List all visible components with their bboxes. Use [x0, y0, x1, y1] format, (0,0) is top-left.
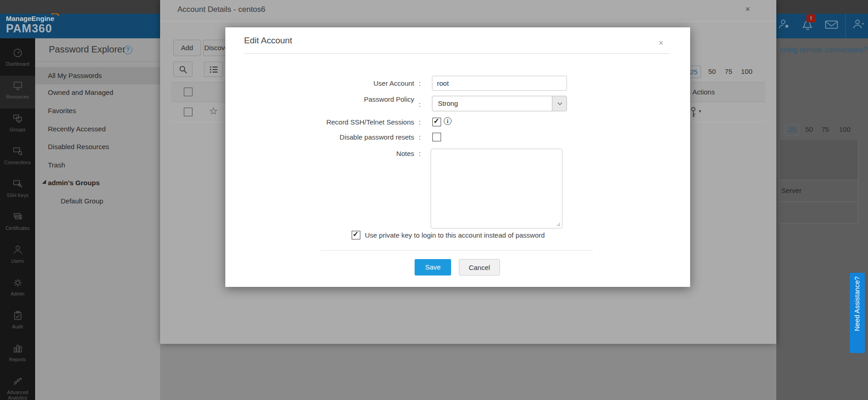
need-assistance-ribbon[interactable]: Need Assistance?	[850, 273, 865, 353]
ribbon-label: Need Assistance?	[853, 276, 861, 331]
notification-badge: !	[806, 14, 816, 22]
search-icon	[179, 65, 187, 74]
sidebar-item-dashboard[interactable]: Dashboard	[0, 43, 35, 76]
resources-table: Server	[779, 140, 858, 223]
colon: :	[419, 100, 421, 108]
sidebar-item-ssh-keys[interactable]: SSH Keys	[0, 174, 35, 207]
audit-clipboard-icon	[12, 310, 24, 321]
colon: :	[419, 133, 421, 141]
sidebar-item-users[interactable]: Users	[0, 240, 35, 273]
check-icon: ✓	[433, 117, 439, 125]
explorer-item-recently-accessed[interactable]: Recently Accessed	[48, 125, 106, 133]
list-view-button[interactable]	[204, 62, 223, 77]
disable-resets-label: Disable password resets	[225, 133, 414, 141]
group-expand-icon[interactable]	[42, 180, 46, 184]
explorer-item-owned-and-managed[interactable]: Owned and Managed	[48, 88, 113, 96]
app-root: ManageEngine PAM360 ! Dashboard Resource…	[0, 0, 868, 400]
close-icon[interactable]: ×	[659, 38, 664, 48]
add-button[interactable]: Add	[173, 40, 201, 56]
table-header-row	[780, 140, 858, 180]
save-button[interactable]: Save	[415, 259, 451, 275]
password-policy-select[interactable]: Strong	[432, 96, 567, 111]
actions-column-header: Actions	[692, 88, 715, 96]
sidebar-item-audit[interactable]: Audit	[0, 306, 35, 338]
explorer-item-favorites[interactable]: Favorites	[48, 107, 76, 114]
remote-connections-link[interactable]: ching remote connections?	[771, 46, 868, 54]
modal-title: Edit Account	[244, 36, 292, 46]
select-all-checkbox[interactable]	[184, 88, 192, 96]
chevron-down-icon	[557, 102, 562, 105]
resources-monitor-icon	[12, 80, 24, 91]
cancel-button[interactable]: Cancel	[459, 259, 500, 275]
sidebar-item-connections[interactable]: Connections	[0, 141, 35, 174]
table-cell-resource-type: Server	[781, 187, 801, 194]
password-policy-value: Strong	[438, 99, 458, 107]
dialog-divider	[160, 21, 776, 21]
explorer-item-disabled-resources[interactable]: Disabled Resources	[48, 143, 109, 151]
table-row[interactable]	[780, 202, 858, 223]
info-icon[interactable]: i	[444, 117, 452, 125]
notes-label: Notes	[225, 150, 414, 157]
page-size-100[interactable]: 100	[837, 125, 853, 133]
record-ssh-checkbox[interactable]: ✓	[432, 118, 441, 126]
admin-gear-icon	[12, 277, 24, 288]
password-policy-label: Password Policy	[225, 95, 414, 103]
password-key-icon[interactable]	[690, 107, 697, 119]
notes-textarea[interactable]	[431, 149, 562, 229]
logo[interactable]: ManageEngine PAM360	[6, 14, 97, 38]
colon: :	[419, 79, 421, 87]
dialog-page-size-100[interactable]: 100	[738, 68, 755, 75]
record-ssh-label: Record SSH/Telnet Sessions	[225, 118, 414, 126]
explorer-group-admins-groups[interactable]: admin's Groups	[48, 179, 100, 187]
dialog-page-size-75[interactable]: 75	[722, 68, 734, 75]
brand-pam360: PAM360	[6, 22, 52, 35]
sidebar-item-groups[interactable]: Groups	[0, 109, 35, 141]
disable-resets-checkbox[interactable]	[432, 133, 441, 141]
user-star-icon[interactable]	[778, 19, 792, 30]
header-divider	[845, 14, 846, 38]
table-row[interactable]: Server	[780, 180, 858, 202]
connections-icon	[12, 146, 24, 157]
select-arrow-button[interactable]	[552, 96, 567, 111]
page-size-50[interactable]: 50	[803, 125, 815, 133]
mail-icon[interactable]	[825, 20, 838, 29]
user-menu-icon[interactable]	[852, 19, 865, 30]
groups-icon	[12, 113, 24, 124]
close-icon[interactable]: ×	[745, 5, 750, 14]
brand-manageengine: ManageEngine	[6, 15, 54, 22]
list-icon	[209, 66, 218, 73]
ssh-keys-icon	[12, 179, 24, 190]
users-icon	[12, 244, 24, 255]
modal-divider	[244, 53, 670, 54]
row-checkbox[interactable]	[184, 108, 192, 116]
sidebar-item-admin[interactable]: Admin	[0, 273, 35, 306]
favorite-star-icon[interactable]: ☆	[209, 106, 218, 116]
explorer-item-default-group[interactable]: Default Group	[61, 197, 103, 205]
page-size-25[interactable]: 25	[785, 124, 800, 135]
explorer-item-trash[interactable]: Trash	[48, 161, 65, 169]
search-button[interactable]	[173, 62, 192, 77]
colon: :	[419, 150, 421, 157]
explorer-item-all-my-passwords[interactable]: All My Passwords	[48, 72, 102, 79]
certificates-icon	[12, 212, 24, 223]
panel-divider	[35, 61, 160, 62]
sidebar: Dashboard Resources Groups Connections S…	[0, 38, 35, 400]
sidebar-item-certificates[interactable]: Certificates	[0, 207, 35, 240]
private-key-label: Use private key to login to this account…	[365, 231, 545, 239]
advanced-analytics-icon	[12, 376, 24, 387]
key-dropdown-caret-icon[interactable]: ▾	[699, 109, 701, 114]
sidebar-item-advanced-analytics[interactable]: Advanced Analytics	[0, 371, 35, 400]
sidebar-item-resources[interactable]: Resources	[0, 76, 35, 109]
private-key-checkbox[interactable]: ✓	[352, 231, 360, 239]
help-icon[interactable]: ?	[124, 46, 132, 54]
sidebar-item-reports[interactable]: Reports	[0, 338, 35, 371]
check-icon: ✓	[353, 230, 359, 239]
panel-title: Password Explorer	[49, 44, 125, 55]
dialog-page-size-50[interactable]: 50	[706, 68, 718, 75]
footer-divider	[320, 250, 593, 251]
colon: :	[419, 118, 421, 126]
user-account-input[interactable]	[432, 76, 567, 91]
page-size-75[interactable]: 75	[819, 125, 831, 133]
edit-account-modal: Edit Account × User Account : Password P…	[225, 27, 690, 287]
reports-chart-icon	[12, 343, 24, 354]
